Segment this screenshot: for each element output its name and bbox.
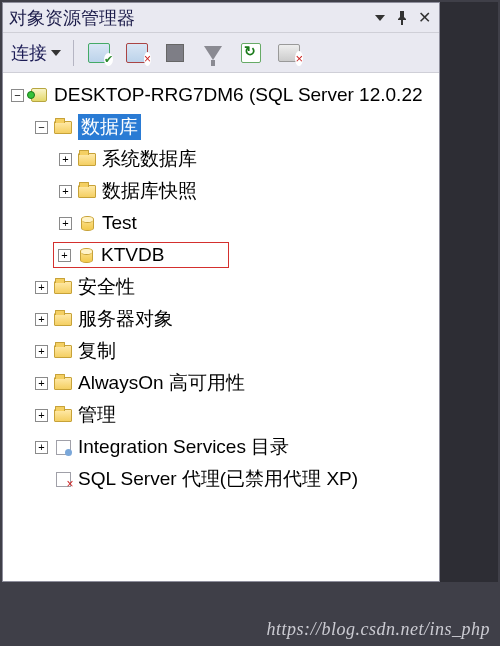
expand-toggle[interactable]: +: [35, 281, 48, 294]
tree-node-databases[interactable]: − 数据库: [7, 111, 435, 143]
toolbar: 连接: [3, 33, 439, 73]
tree-view[interactable]: − DESKTOP-RRG7DM6 (SQL Server 12.0.22 − …: [3, 73, 439, 581]
folder-icon: [78, 150, 96, 168]
refresh-button[interactable]: [238, 40, 264, 66]
connect-label: 连接: [11, 41, 47, 65]
filter-button[interactable]: [200, 40, 226, 66]
no-expand: [35, 473, 48, 486]
expand-toggle[interactable]: +: [35, 313, 48, 326]
tree-node-server[interactable]: − DESKTOP-RRG7DM6 (SQL Server 12.0.22: [7, 79, 435, 111]
folder-icon: [54, 374, 72, 392]
server-objects-label: 服务器对象: [78, 306, 173, 332]
disconnect-server-button[interactable]: [124, 40, 150, 66]
database-icon: [77, 246, 95, 264]
expand-toggle[interactable]: +: [58, 249, 71, 262]
server-icon: [30, 86, 48, 104]
alwayson-label: AlwaysOn 高可用性: [78, 370, 245, 396]
snapshots-label: 数据库快照: [102, 178, 197, 204]
agent-icon: [54, 470, 72, 488]
folder-icon: [78, 182, 96, 200]
server-remove-icon: [278, 44, 300, 62]
connect-button[interactable]: 连接: [11, 41, 61, 65]
ssis-label: Integration Services 目录: [78, 434, 289, 460]
database-icon: [78, 214, 96, 232]
databases-label: 数据库: [78, 114, 141, 140]
refresh-icon: [241, 43, 261, 63]
panel-title: 对象资源管理器: [9, 6, 367, 30]
tree-node-agent[interactable]: SQL Server 代理(已禁用代理 XP): [7, 463, 435, 495]
db-ktvdb-label: KTVDB: [101, 244, 164, 266]
tree-node-ssis[interactable]: + Integration Services 目录: [7, 431, 435, 463]
tree-node-replication[interactable]: + 复制: [7, 335, 435, 367]
expand-toggle[interactable]: −: [11, 89, 24, 102]
folder-icon: [54, 406, 72, 424]
folder-icon: [54, 278, 72, 296]
tree-node-db-test[interactable]: + Test: [7, 207, 435, 239]
tree-node-system-dbs[interactable]: + 系统数据库: [7, 143, 435, 175]
object-explorer-panel: 对象资源管理器 ✕ 连接 − DESKTOP-RRG7DM6 (SQL Serv…: [2, 2, 440, 582]
expand-toggle[interactable]: +: [59, 217, 72, 230]
replication-label: 复制: [78, 338, 116, 364]
management-label: 管理: [78, 402, 116, 428]
folder-icon: [54, 342, 72, 360]
stop-icon: [166, 44, 184, 62]
tree-node-db-ktvdb[interactable]: + KTVDB: [7, 239, 435, 271]
close-icon[interactable]: ✕: [415, 9, 433, 27]
db-test-label: Test: [102, 212, 137, 234]
agent-label: SQL Server 代理(已禁用代理 XP): [78, 466, 358, 492]
tree-node-security[interactable]: + 安全性: [7, 271, 435, 303]
tree-node-snapshots[interactable]: + 数据库快照: [7, 175, 435, 207]
folder-icon: [54, 310, 72, 328]
toolbar-separator: [73, 40, 74, 66]
remove-server-button[interactable]: [276, 40, 302, 66]
server-disconnect-icon: [126, 43, 148, 63]
expand-toggle[interactable]: +: [35, 441, 48, 454]
tree-node-management[interactable]: + 管理: [7, 399, 435, 431]
server-label: DESKTOP-RRG7DM6 (SQL Server 12.0.22: [54, 84, 423, 106]
expand-toggle[interactable]: +: [35, 409, 48, 422]
tree-node-server-objects[interactable]: + 服务器对象: [7, 303, 435, 335]
stop-button[interactable]: [162, 40, 188, 66]
expand-toggle[interactable]: +: [35, 377, 48, 390]
expand-toggle[interactable]: +: [59, 185, 72, 198]
window-position-menu[interactable]: [371, 9, 389, 27]
watermark-text: https://blog.csdn.net/ins_php: [267, 619, 491, 640]
connect-server-button[interactable]: [86, 40, 112, 66]
system-dbs-label: 系统数据库: [102, 146, 197, 172]
tree-node-alwayson[interactable]: + AlwaysOn 高可用性: [7, 367, 435, 399]
ssis-icon: [54, 438, 72, 456]
security-label: 安全性: [78, 274, 135, 300]
server-connect-icon: [88, 43, 110, 63]
chevron-down-icon: [51, 50, 61, 56]
funnel-icon: [204, 46, 222, 60]
expand-toggle[interactable]: +: [59, 153, 72, 166]
folder-icon: [54, 118, 72, 136]
pin-icon[interactable]: [393, 9, 411, 27]
expand-toggle[interactable]: +: [35, 345, 48, 358]
expand-toggle[interactable]: −: [35, 121, 48, 134]
panel-titlebar: 对象资源管理器 ✕: [3, 3, 439, 33]
